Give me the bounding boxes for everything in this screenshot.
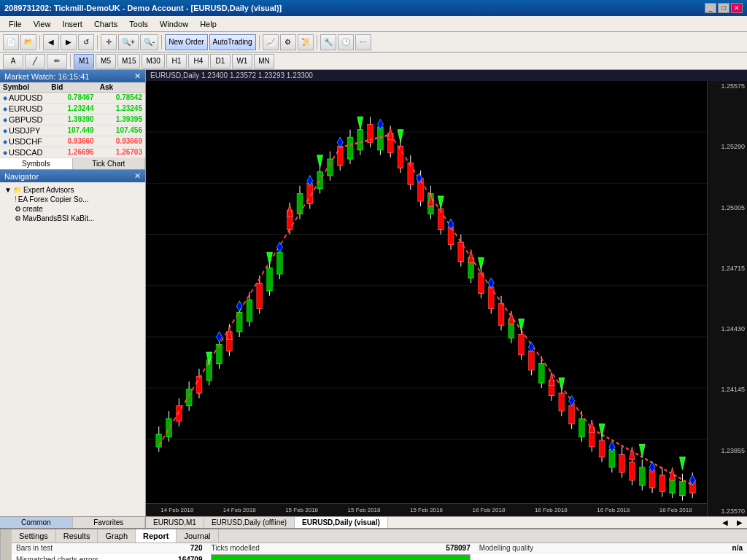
scroll-left-button[interactable]: ◀ <box>718 517 732 528</box>
period-d1[interactable]: D1 <box>210 54 231 69</box>
menu-view[interactable]: View <box>28 18 57 30</box>
list-item[interactable]: ◆EURUSD 1.23244 1.23245 <box>0 104 145 114</box>
svg-rect-32 <box>276 252 282 274</box>
back-button[interactable]: ◀ <box>43 34 59 50</box>
list-item[interactable]: ◆USDJPY 107.449 107.456 <box>0 125 145 136</box>
symbol-usdjpy: ◆USDJPY <box>0 125 48 136</box>
svg-rect-42 <box>327 159 333 176</box>
list-item[interactable]: ◆USDCHF 0.93660 0.93669 <box>0 136 145 147</box>
nav-item-expert-advisors[interactable]: ▼ 📁 Expert Advisors <box>3 185 142 195</box>
script-button[interactable]: 📜 <box>298 34 314 50</box>
bid-gbpusd: 1.39390 <box>48 114 96 125</box>
toolbar-separator <box>259 35 260 50</box>
chart-canvas[interactable]: 1.25575 1.25290 1.25005 1.24715 1.24430 … <box>146 81 747 516</box>
expert-button[interactable]: ⚙ <box>280 34 296 50</box>
diamond-icon: ◆ <box>3 95 7 101</box>
date-label: 16 Feb 2018 <box>597 507 630 513</box>
line-button[interactable]: ╱ <box>25 54 45 69</box>
refresh-button[interactable]: ↺ <box>78 34 94 50</box>
window-controls[interactable]: _ □ ✕ <box>705 3 743 13</box>
tab-favorites[interactable]: Favorites <box>73 517 146 528</box>
quality-bar-cell <box>206 553 474 561</box>
period-mn[interactable]: MN <box>254 54 274 69</box>
tab-eurusd-daily-visual[interactable]: EURUSD,Daily (visual) <box>295 517 388 528</box>
close-button[interactable]: ✕ <box>731 3 743 13</box>
svg-rect-82 <box>528 351 534 370</box>
properties-button[interactable]: 🔧 <box>320 34 336 50</box>
tab-results[interactable]: Results <box>56 529 98 542</box>
tab-symbols[interactable]: Symbols <box>0 158 73 169</box>
zoom-out-button[interactable]: 🔍- <box>140 34 158 50</box>
period-m1[interactable]: M1 <box>74 54 94 69</box>
cursor-button[interactable]: A <box>3 54 23 69</box>
tab-eurusd-m1[interactable]: EURUSD,M1 <box>146 517 204 528</box>
scroll-right-button[interactable]: ▶ <box>732 517 747 528</box>
options-button[interactable]: ⋯ <box>355 34 371 50</box>
new-chart-button[interactable]: 📄 <box>3 34 19 50</box>
new-order-button[interactable]: New Order <box>165 34 207 50</box>
market-watch-title: Market Watch: 16:15:41 <box>4 72 89 81</box>
period-m15[interactable]: M15 <box>117 54 140 69</box>
period-w1[interactable]: W1 <box>232 54 252 69</box>
crosshair-button[interactable]: ✛ <box>101 34 117 50</box>
ask-audusd: 0.78542 <box>97 93 145 103</box>
nav-item-ea-forex-copier[interactable]: ! EA Forex Copier So... <box>3 195 142 204</box>
period-m5[interactable]: M5 <box>96 54 116 69</box>
period-h4[interactable]: H4 <box>188 54 209 69</box>
menu-file[interactable]: File <box>3 18 28 30</box>
tab-tick-chart[interactable]: Tick Chart <box>73 158 146 169</box>
zoom-in-button[interactable]: 🔍+ <box>118 34 139 50</box>
navigator-tabs: Common Favorites <box>0 516 145 528</box>
period-m30[interactable]: M30 <box>142 54 164 69</box>
clock-button[interactable]: 🕐 <box>338 34 354 50</box>
tab-eurusd-daily-offline[interactable]: EURUSD,Daily (offline) <box>204 517 295 528</box>
trade-markers <box>217 120 696 486</box>
svg-rect-104 <box>639 467 645 486</box>
open-button[interactable]: 📂 <box>20 34 36 50</box>
menu-tools[interactable]: Tools <box>123 18 154 30</box>
ask-eurusd: 1.23245 <box>97 104 145 114</box>
svg-marker-142 <box>357 117 363 130</box>
toolbar-separator <box>161 35 162 50</box>
market-watch-header: Market Watch: 16:15:41 ✕ <box>0 70 145 82</box>
menu-charts[interactable]: Charts <box>88 18 123 30</box>
minimize-button[interactable]: _ <box>705 3 716 13</box>
svg-rect-46 <box>347 137 353 159</box>
forward-button[interactable]: ▶ <box>61 34 77 50</box>
mw-bid-header: Bid <box>48 82 96 92</box>
expand-icon: ▼ <box>4 186 12 194</box>
tab-settings[interactable]: Settings <box>12 529 56 542</box>
price-label: 1.24430 <box>708 325 747 332</box>
list-item[interactable]: ◆USDCAD 1.26696 1.26703 <box>0 147 145 158</box>
maximize-button[interactable]: □ <box>718 3 729 13</box>
market-watch-close[interactable]: ✕ <box>134 71 141 81</box>
nav-item-mavbands[interactable]: ⚙ MavBandsBSI KaBit... <box>3 214 142 223</box>
main-toolbar: 📄 📂 ◀ ▶ ↺ ✛ 🔍+ 🔍- New Order AutoTrading … <box>0 32 747 52</box>
list-item[interactable]: ◆GBPUSD 1.39390 1.39395 <box>0 114 145 125</box>
draw-tools-button[interactable]: ✏ <box>47 54 67 69</box>
indicator-button[interactable]: 📈 <box>263 34 279 50</box>
chart-tabs: EURUSD,M1 EURUSD,Daily (offline) EURUSD,… <box>146 516 747 528</box>
date-label: 16 Feb 2018 <box>535 507 568 513</box>
cell-value: 578097 <box>390 543 475 553</box>
nav-label: MavBandsBSI KaBit... <box>23 214 94 222</box>
toolbar-separator <box>97 35 98 50</box>
nav-item-create[interactable]: ⚙ create <box>3 204 142 214</box>
list-item[interactable]: ◆AUDUSD 0.78467 0.78542 <box>0 93 145 104</box>
tab-graph[interactable]: Graph <box>98 529 136 542</box>
chart-symbol-info: EURUSD,Daily 1.23400 1.23572 1.23293 1.2… <box>150 71 313 79</box>
tab-journal[interactable]: Journal <box>177 529 218 542</box>
svg-rect-112 <box>680 481 686 495</box>
menu-insert[interactable]: Insert <box>56 18 88 30</box>
tab-common[interactable]: Common <box>0 517 73 528</box>
cell-label: Mismatched charts errors <box>12 553 152 561</box>
menu-window[interactable]: Window <box>154 18 194 30</box>
title-bar: 2089731202: Tickmill-DemoUK - Demo Accou… <box>0 0 747 16</box>
menu-help[interactable]: Help <box>194 18 222 30</box>
navigator-title: Navigator <box>4 172 39 181</box>
tab-report[interactable]: Report <box>136 529 177 542</box>
autotrading-button[interactable]: AutoTrading <box>209 34 256 50</box>
period-h1[interactable]: H1 <box>166 54 187 69</box>
signal-markers <box>226 127 675 480</box>
navigator-close[interactable]: ✕ <box>134 171 141 181</box>
